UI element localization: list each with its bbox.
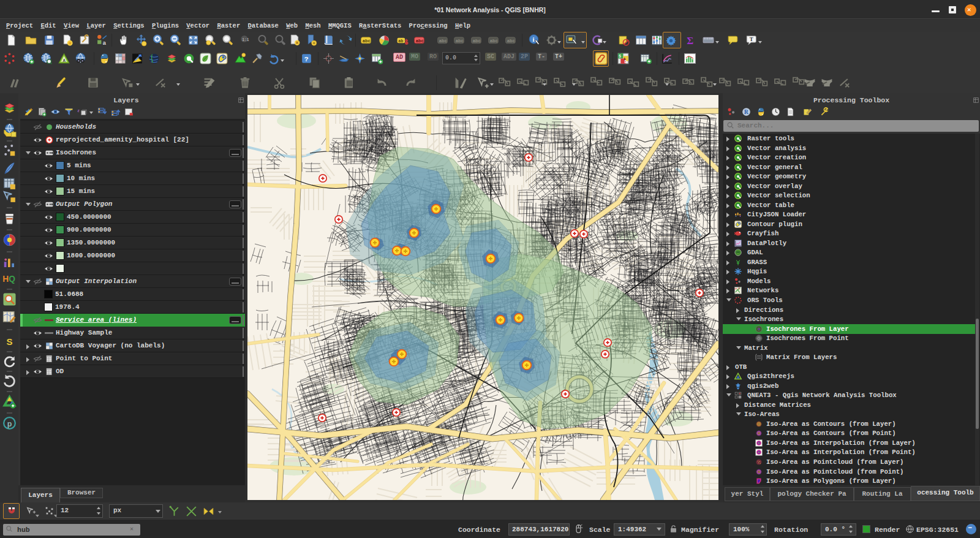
svg-text:Q: Q xyxy=(9,275,15,284)
svg-text:p: p xyxy=(7,420,12,428)
svg-text:ab: ab xyxy=(398,39,403,44)
svg-text:T: T xyxy=(750,36,753,42)
svg-text:D: D xyxy=(625,60,627,64)
svg-text:abc: abc xyxy=(456,39,464,44)
svg-text:abc: abc xyxy=(363,39,371,44)
svg-text:a: a xyxy=(103,40,107,47)
svg-text:abc: abc xyxy=(490,39,498,44)
svg-text:H: H xyxy=(2,275,9,284)
svg-text:1:1: 1:1 xyxy=(242,38,249,42)
svg-text:Σ: Σ xyxy=(687,35,693,47)
svg-text:abc: abc xyxy=(439,39,447,44)
svg-text:A: A xyxy=(62,58,66,63)
svg-text:ε: ε xyxy=(78,108,80,113)
svg-text:abc: abc xyxy=(473,39,481,44)
svg-text:S: S xyxy=(619,55,621,59)
svg-text:?: ? xyxy=(304,55,309,63)
svg-text:i: i xyxy=(533,36,535,43)
svg-text:abc: abc xyxy=(416,39,424,44)
svg-text:abc: abc xyxy=(507,39,515,44)
svg-text:S: S xyxy=(7,336,13,347)
svg-text:R: R xyxy=(744,109,748,115)
